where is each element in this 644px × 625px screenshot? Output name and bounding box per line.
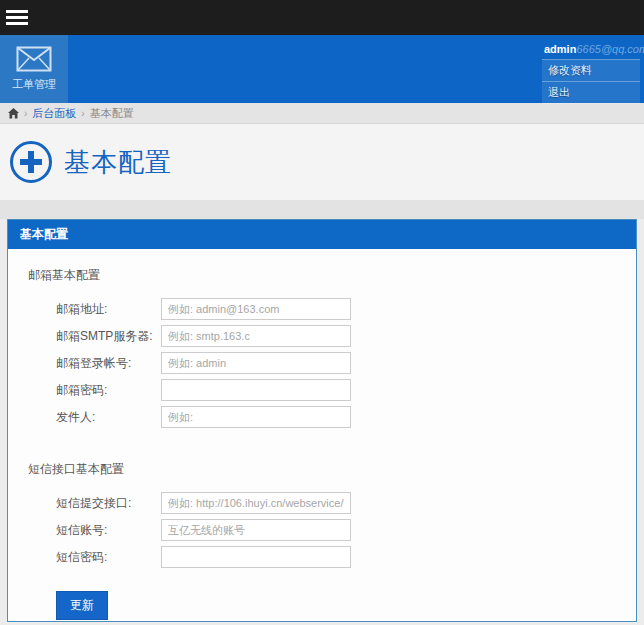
- breadcrumb-link-dashboard[interactable]: 后台面板: [32, 106, 76, 121]
- sender-input[interactable]: [161, 406, 351, 428]
- sms-account-label: 短信账号:: [56, 522, 161, 539]
- update-button[interactable]: 更新: [56, 591, 108, 620]
- field-row-sms-account: 短信账号:: [56, 519, 636, 541]
- email-address-label: 邮箱地址:: [56, 301, 161, 318]
- section-heading-email: 邮箱基本配置: [28, 267, 636, 284]
- sms-endpoint-label: 短信提交接口:: [56, 495, 161, 512]
- email-account-input[interactable]: [161, 352, 351, 374]
- page-title: 基本配置: [64, 145, 172, 180]
- field-row-email-account: 邮箱登录帐号:: [56, 352, 636, 374]
- breadcrumb-current: 基本配置: [90, 106, 134, 121]
- sms-password-label: 短信密码:: [56, 549, 161, 566]
- field-row-email-password: 邮箱密码:: [56, 379, 636, 401]
- user-email[interactable]: admin6665@qq.com: [542, 41, 640, 59]
- field-row-sms-endpoint: 短信提交接口:: [56, 492, 636, 514]
- sidebar-item-work-orders[interactable]: 工单管理: [0, 35, 68, 103]
- email-account-label: 邮箱登录帐号:: [56, 355, 161, 372]
- sms-account-input[interactable]: [161, 519, 351, 541]
- smtp-server-input[interactable]: [161, 325, 351, 347]
- menu-item-logout[interactable]: 退出: [542, 81, 640, 104]
- spacer: [0, 200, 644, 219]
- email-address-input[interactable]: [161, 298, 351, 320]
- field-row-smtp-server: 邮箱SMTP服务器:: [56, 325, 636, 347]
- plus-circle-icon: [10, 141, 52, 183]
- config-panel: 基本配置 邮箱基本配置 邮箱地址: 邮箱SMTP服务器: 邮箱登录帐号: 邮箱密…: [7, 219, 637, 622]
- breadcrumb-separator: ›: [81, 108, 84, 119]
- field-row-sms-password: 短信密码:: [56, 546, 636, 568]
- hamburger-icon[interactable]: [6, 7, 32, 29]
- page-title-band: 基本配置: [0, 124, 644, 200]
- email-password-input[interactable]: [161, 379, 351, 401]
- field-row-email-address: 邮箱地址:: [56, 298, 636, 320]
- user-menu: admin6665@qq.com 修改资料 退出: [542, 41, 640, 104]
- panel-header: 基本配置: [8, 220, 636, 249]
- email-password-label: 邮箱密码:: [56, 382, 161, 399]
- home-icon[interactable]: [8, 108, 19, 119]
- sms-endpoint-input[interactable]: [161, 492, 351, 514]
- panel-body: 邮箱基本配置 邮箱地址: 邮箱SMTP服务器: 邮箱登录帐号: 邮箱密码: 发件…: [8, 249, 636, 620]
- menu-item-edit-profile[interactable]: 修改资料: [542, 59, 640, 81]
- breadcrumb: › 后台面板 › 基本配置: [0, 103, 644, 124]
- breadcrumb-separator: ›: [24, 108, 27, 119]
- envelope-icon: [16, 46, 52, 72]
- smtp-server-label: 邮箱SMTP服务器:: [56, 328, 161, 345]
- sms-password-input[interactable]: [161, 546, 351, 568]
- app-tile-label: 工单管理: [12, 77, 56, 92]
- field-row-sender: 发件人:: [56, 406, 636, 428]
- app-header: 工单管理 admin6665@qq.com 修改资料 退出: [0, 35, 644, 103]
- section-heading-sms: 短信接口基本配置: [28, 461, 636, 478]
- top-bar: [0, 0, 644, 35]
- sender-label: 发件人:: [56, 409, 161, 426]
- spacer: [8, 433, 636, 461]
